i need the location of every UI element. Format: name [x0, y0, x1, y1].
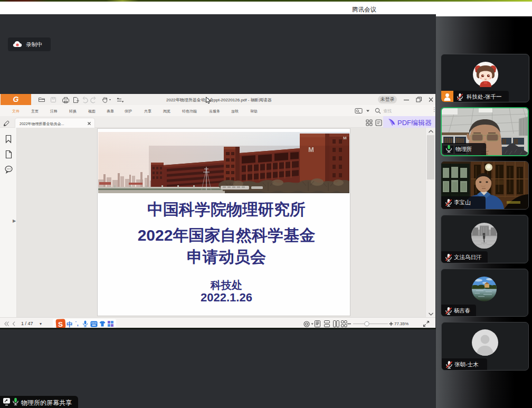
svg-text:M: M	[343, 136, 347, 140]
svg-text:S: S	[58, 320, 63, 328]
